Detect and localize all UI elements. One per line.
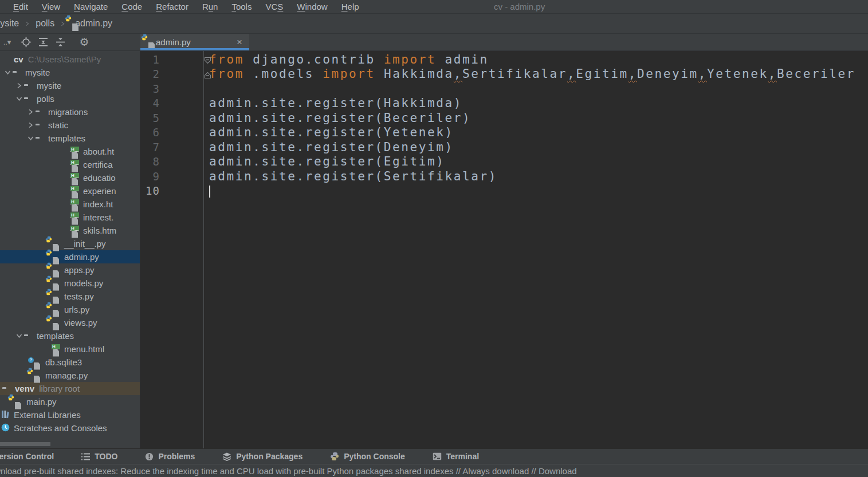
- tree-item-experien[interactable]: Hexperien: [0, 184, 140, 198]
- tree-item-admin-py[interactable]: admin.py: [0, 250, 140, 263]
- tree-item-tests-py[interactable]: tests.py: [0, 290, 140, 303]
- horizontal-scrollbar-thumb[interactable]: [0, 442, 50, 446]
- tree-item-migrations[interactable]: migrations: [0, 105, 140, 119]
- tree-item-templates[interactable]: templates: [0, 329, 140, 342]
- locate-icon[interactable]: [17, 36, 34, 49]
- tree-item-certifica[interactable]: Hcertifica: [0, 158, 140, 171]
- tree-item-menu-html[interactable]: Hmenu.html: [0, 342, 140, 356]
- menu-view[interactable]: View: [35, 2, 67, 11]
- toolbar-row: ..▾⚙ admin.py ×: [0, 34, 868, 51]
- chevron-down-icon[interactable]: [25, 135, 36, 142]
- expand-all-icon[interactable]: [34, 36, 52, 49]
- menu-help[interactable]: Help: [335, 2, 366, 11]
- menu-vcs[interactable]: VCS: [258, 2, 290, 11]
- chevron-right-icon[interactable]: [25, 121, 36, 129]
- fold-end-icon[interactable]: [204, 68, 211, 82]
- tree-item-templates[interactable]: templates: [0, 132, 140, 145]
- tree-item-educatio[interactable]: Heducatio: [0, 171, 140, 184]
- keyword-token: import: [384, 53, 436, 66]
- tree-item-polls[interactable]: polls: [0, 92, 140, 105]
- status-message[interactable]: Download pre-built shared indexes: Reduc…: [0, 466, 577, 476]
- code-line-5[interactable]: 5admin.site.register(Beceriler): [140, 111, 868, 125]
- menu-edit[interactable]: Edit: [6, 2, 35, 11]
- breadcrumb-item[interactable]: mysite: [0, 18, 19, 29]
- toolwindow-problems[interactable]: Problems: [145, 452, 195, 461]
- toolwindow-version-control[interactable]: Version Control: [0, 452, 54, 461]
- gutter-fold-area: [160, 140, 203, 155]
- tree-item-mysite[interactable]: mysite: [0, 79, 140, 92]
- menu-run[interactable]: Run: [195, 2, 225, 11]
- tree-item-apps-py[interactable]: apps.py: [0, 263, 140, 277]
- tree-item-main-py[interactable]: main.py: [0, 395, 140, 408]
- tree-item-static[interactable]: static: [0, 119, 140, 132]
- tree-item-db-sqlite3[interactable]: ?db.sqlite3: [0, 356, 140, 369]
- menu-refactor[interactable]: Refactor: [149, 2, 195, 11]
- menu-code[interactable]: Code: [115, 2, 149, 11]
- code-lines: 1from django.contrib import admin2from .…: [140, 51, 868, 198]
- code-line-9[interactable]: 9admin.site.register(Sertifikalar): [140, 169, 868, 184]
- tree-item-about-ht[interactable]: Habout.ht: [0, 145, 140, 158]
- collapse-all-icon[interactable]: [52, 36, 69, 49]
- tree-item-label: tests.py: [64, 291, 94, 301]
- toolwindow-python-console[interactable]: Python Console: [330, 452, 405, 461]
- chevron-right-icon[interactable]: [14, 82, 24, 89]
- gutter-fold-area: [160, 169, 203, 184]
- code-line-10[interactable]: 10: [140, 184, 868, 199]
- code-line-4[interactable]: 4admin.site.register(Hakkimda): [140, 96, 868, 111]
- tree-item-urls-py[interactable]: urls.py: [0, 303, 140, 316]
- tree-item-label: polls: [37, 94, 54, 104]
- menu-bar: EditViewNavigateCodeRefactorRunToolsVCSW…: [0, 0, 868, 14]
- code-line-1[interactable]: 1from django.contrib import admin: [140, 52, 868, 67]
- tree-item-mysite[interactable]: mysite: [0, 66, 140, 79]
- text-cursor: [209, 186, 210, 198]
- settings-gear-icon[interactable]: ⚙: [76, 36, 93, 49]
- line-number: 3: [140, 82, 160, 95]
- code-line-7[interactable]: 7admin.site.register(Deneyim): [140, 140, 868, 155]
- chevron-right-icon[interactable]: [25, 108, 36, 116]
- chevron-down-icon[interactable]: [14, 95, 24, 103]
- breadcrumb-item[interactable]: polls: [36, 18, 54, 29]
- menu-tools[interactable]: Tools: [225, 2, 258, 11]
- code-line-6[interactable]: 6admin.site.register(Yetenek): [140, 125, 868, 140]
- code-editor[interactable]: 1from django.contrib import admin2from .…: [140, 51, 868, 448]
- code-token: Beceriler: [777, 67, 855, 81]
- code-line-8[interactable]: 8admin.site.register(Egitim): [140, 155, 868, 169]
- keyword-token: from: [209, 67, 244, 81]
- tree-item-skils-htm[interactable]: Hskils.htm: [0, 224, 140, 237]
- fold-start-icon[interactable]: [204, 53, 211, 67]
- tree-item-external-libraries[interactable]: External Libraries: [0, 408, 140, 421]
- toolwindow-python-packages[interactable]: Python Packages: [222, 452, 303, 461]
- tree-item-label: static: [48, 120, 68, 130]
- tree-item-interest-[interactable]: Hinterest.: [0, 211, 140, 224]
- code-line-3[interactable]: 3: [140, 81, 868, 96]
- tree-item-models-py[interactable]: models.py: [0, 277, 140, 290]
- menu-window[interactable]: Window: [290, 2, 334, 11]
- tree-item-manage-py[interactable]: manage.py: [0, 369, 140, 382]
- close-icon[interactable]: ×: [237, 37, 242, 47]
- active-tab-underline: [140, 48, 249, 50]
- keyword-token: import: [323, 67, 375, 81]
- packages-icon: [222, 452, 231, 461]
- code-line-2[interactable]: 2from .models import Hakkimda,Sertifikal…: [140, 67, 868, 82]
- tree-item-index-ht[interactable]: Hindex.ht: [0, 198, 140, 211]
- tree-item-scratches-and-consoles[interactable]: Scratches and Consoles: [0, 421, 140, 435]
- tab-admin-py[interactable]: admin.py ×: [140, 34, 249, 50]
- warning-comma-token: ,: [567, 67, 576, 81]
- toolwindow-terminal[interactable]: Terminal: [433, 452, 479, 461]
- line-number: 4: [140, 97, 160, 109]
- tab-label: admin.py: [156, 37, 232, 47]
- menu-navigate[interactable]: Navigate: [67, 2, 115, 11]
- toolwindow-label: TODO: [95, 452, 117, 461]
- project-selector-icon[interactable]: ..▾: [0, 36, 17, 49]
- tree-item--init-py[interactable]: __init__.py: [0, 237, 140, 250]
- warning-comma-token: ,: [768, 67, 777, 81]
- chevron-down-icon[interactable]: [14, 332, 24, 340]
- tree-item-label: apps.py: [64, 265, 95, 275]
- toolwindow-todo[interactable]: TODO: [81, 452, 117, 461]
- chevron-down-icon[interactable]: [2, 69, 13, 76]
- tree-item-cv[interactable]: cvC:\Users\Samet\Py: [0, 53, 140, 66]
- code-token: .models: [244, 67, 323, 81]
- tree-item-venv[interactable]: venvlibrary root: [0, 382, 140, 395]
- tree-item-views-py[interactable]: views.py: [0, 316, 140, 329]
- breadcrumb-item[interactable]: admin.py: [75, 18, 112, 29]
